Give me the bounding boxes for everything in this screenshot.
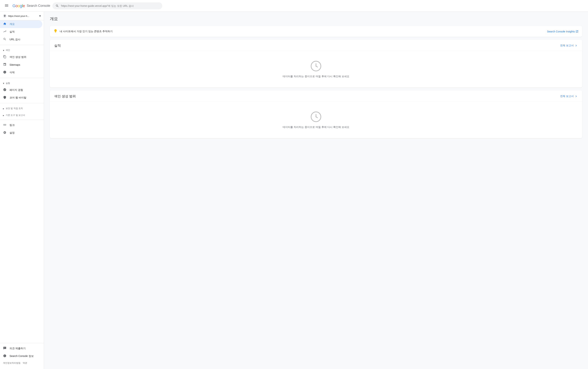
property-name: https://next-your-h... — [8, 15, 38, 17]
sitemaps-icon — [3, 63, 7, 67]
main-layout: https://next-your-h... ▾ 개요 실적 — [0, 12, 588, 369]
sidebar-item-label: 색인 생성 범위 — [10, 55, 26, 59]
performance-card-header: 실적 전체 보고서 — [50, 40, 582, 51]
clock-icon-2 — [310, 111, 322, 123]
section-collapse-icon-3: ▸ — [3, 107, 4, 110]
index-coverage-waiting-text: 데이터를 처리하는 중이므로 며칠 후에 다시 확인해 보세요 — [283, 125, 349, 129]
performance-card-body: 데이터를 처리하는 중이므로 며칠 후에 다시 확인해 보세요 — [50, 51, 582, 87]
sidebar-item-label: 설정 — [10, 131, 15, 134]
nav-divider-4 — [0, 120, 44, 120]
index-coverage-card-title: 색인 생성 범위 — [54, 94, 76, 99]
section-security-label: 보안 및 직접 조치 — [6, 107, 23, 110]
chevron-right-icon-2 — [574, 95, 578, 98]
svg-point-3 — [315, 65, 316, 66]
home-icon — [3, 22, 7, 26]
lightbulb-icon — [53, 29, 58, 34]
sidebar-item-index-coverage[interactable]: 색인 생성 범위 — [0, 53, 42, 61]
section-collapse-icon: ▾ — [3, 49, 4, 52]
section-collapse-icon-2: ▾ — [3, 82, 4, 85]
sidebar-item-url-inspection[interactable]: URL 검사 — [0, 36, 42, 43]
external-link-icon — [576, 30, 578, 33]
section-security-header[interactable]: ▸ 보안 및 직접 조치 — [0, 105, 44, 112]
privacy-link[interactable]: 개인정보처리방침 — [3, 361, 21, 365]
terms-link[interactable]: 약관 — [23, 361, 27, 365]
sidebar-item-label: URL 검사 — [10, 38, 20, 41]
sidebar-item-performance[interactable]: 실적 — [0, 28, 42, 36]
insights-link-text: Search Console Insights — [547, 30, 575, 33]
main-content: 개요 내 사이트에서 가장 인기 있는 콘텐츠 추적하기 Search Cons… — [44, 12, 588, 369]
insights-banner: 내 사이트에서 가장 인기 있는 콘텐츠 추적하기 Search Console… — [50, 26, 582, 37]
sidebar-item-page-experience[interactable]: 페이지 경험 — [0, 86, 42, 94]
section-legacy-header[interactable]: ▸ 기존 도구 및 보고서 — [0, 112, 44, 118]
section-index-label: 색인 — [6, 49, 10, 52]
settings-icon — [3, 131, 7, 135]
performance-report-link-text: 전체 보고서 — [560, 44, 574, 47]
sidebar-item-label: 의견 제출하기 — [10, 347, 26, 350]
section-index-header[interactable]: ▾ 색인 — [0, 47, 44, 53]
sidebar: https://next-your-h... ▾ 개요 실적 — [0, 12, 44, 369]
clock-icon — [310, 60, 322, 72]
performance-card: 실적 전체 보고서 데이터를 처리하는 중이므 — [50, 40, 582, 87]
insights-left: 내 사이트에서 가장 인기 있는 콘텐츠 추적하기 — [53, 29, 113, 34]
sidebar-item-feedback[interactable]: 의견 제출하기 — [0, 345, 42, 352]
logo-link[interactable]: Google Search Console — [12, 3, 50, 8]
section-experience-label: 실험 — [6, 82, 10, 85]
svg-point-7 — [315, 116, 316, 117]
sidebar-footer: 의견 제출하기 Search Console 정보 개인정보처리방침 약관 — [0, 343, 44, 366]
feedback-icon — [3, 347, 7, 350]
info-icon — [3, 354, 7, 358]
sidebar-item-core-web-vitals[interactable]: 코어 웹 바이탈 — [0, 94, 42, 102]
sidebar-item-label: 링크 — [10, 123, 15, 127]
sidebar-item-label: Search Console 정보 — [10, 355, 34, 358]
page-experience-icon — [3, 88, 7, 92]
sidebar-item-label: 삭제 — [10, 71, 15, 74]
file-copy-icon — [3, 55, 7, 59]
search-icon — [55, 4, 59, 8]
sidebar-item-links[interactable]: 링크 — [0, 121, 42, 129]
sidebar-item-label: 개요 — [10, 22, 15, 26]
index-coverage-card: 색인 생성 범위 전체 보고서 데이터를 처리 — [50, 90, 582, 138]
sidebar-item-label: Sitemaps — [10, 63, 20, 66]
menu-button[interactable] — [3, 2, 10, 10]
section-experience-header[interactable]: ▾ 실험 — [0, 80, 44, 86]
property-selector[interactable]: https://next-your-h... ▾ — [0, 12, 44, 20]
app-header: Google Search Console — [0, 0, 588, 12]
performance-waiting-text: 데이터를 처리하는 중이므로 며칠 후에 다시 확인해 보세요 — [283, 75, 349, 78]
sidebar-item-label: 코어 웹 바이탈 — [10, 96, 26, 99]
sidebar-item-about[interactable]: Search Console 정보 — [0, 352, 42, 360]
index-coverage-full-report-link[interactable]: 전체 보고서 — [560, 95, 578, 98]
app-name: Search Console — [27, 4, 50, 8]
search-bar[interactable] — [52, 2, 162, 9]
insights-text: 내 사이트에서 가장 인기 있는 콘텐츠 추적하기 — [60, 30, 113, 33]
links-icon — [3, 123, 7, 127]
sidebar-item-removals[interactable]: 삭제 — [0, 69, 42, 76]
index-coverage-card-body: 데이터를 처리하는 중이므로 며칠 후에 다시 확인해 보세요 — [50, 102, 582, 138]
chevron-right-icon — [574, 44, 578, 47]
section-legacy-label: 기존 도구 및 보고서 — [6, 114, 25, 117]
page-title: 개요 — [50, 16, 582, 21]
sidebar-item-settings[interactable]: 설정 — [0, 129, 42, 137]
dropdown-icon: ▾ — [39, 14, 41, 18]
property-icon — [3, 14, 7, 18]
search-input[interactable] — [61, 4, 159, 7]
sidebar-item-sitemaps[interactable]: Sitemaps — [0, 61, 42, 69]
insights-link[interactable]: Search Console Insights — [547, 30, 578, 33]
search-nav-icon — [3, 38, 7, 41]
index-coverage-report-link-text: 전체 보고서 — [560, 95, 574, 98]
sidebar-item-label: 페이지 경험 — [10, 88, 23, 92]
index-coverage-card-header: 색인 생성 범위 전체 보고서 — [50, 90, 582, 102]
google-logo: Google — [12, 3, 25, 8]
section-collapse-icon-4: ▸ — [3, 114, 4, 117]
removals-icon — [3, 71, 7, 74]
nav-divider-2 — [0, 78, 44, 78]
core-web-vitals-icon — [3, 96, 7, 100]
sidebar-item-overview[interactable]: 개요 — [0, 20, 42, 28]
performance-full-report-link[interactable]: 전체 보고서 — [560, 44, 578, 47]
nav-divider-3 — [0, 103, 44, 103]
trending-up-icon — [3, 30, 7, 34]
performance-card-title: 실적 — [54, 43, 61, 48]
sidebar-item-label: 실적 — [10, 30, 15, 33]
footer-links: 개인정보처리방침 약관 — [0, 360, 44, 366]
